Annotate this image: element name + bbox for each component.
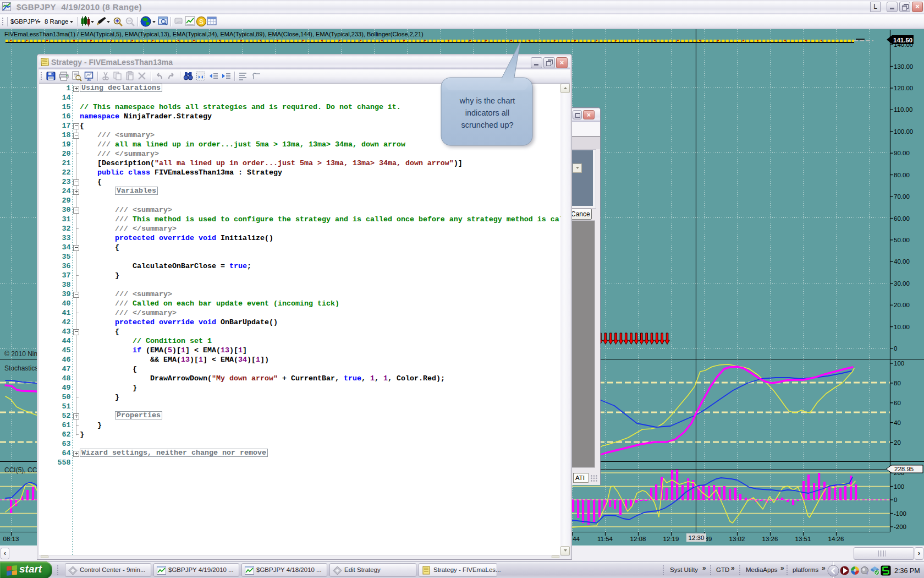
- svg-text:80.00: 80.00: [894, 172, 910, 178]
- svg-text:0: 0: [894, 345, 897, 352]
- svg-text:228.95: 228.95: [894, 466, 914, 472]
- svg-text:120.00: 120.00: [894, 85, 913, 91]
- svg-text:30.00: 30.00: [894, 280, 910, 287]
- svg-text:100: 100: [894, 483, 904, 490]
- svg-text:14:26: 14:26: [828, 536, 844, 542]
- svg-text:indicators all: indicators all: [465, 108, 510, 117]
- svg-text:-200: -200: [894, 524, 906, 530]
- svg-text:10.00: 10.00: [894, 324, 910, 330]
- svg-text:scrunched up?: scrunched up?: [461, 121, 513, 129]
- svg-text:12:30: 12:30: [689, 535, 705, 541]
- svg-text:13:02: 13:02: [729, 536, 745, 542]
- svg-text:90.00: 90.00: [894, 150, 910, 156]
- svg-text:60: 60: [894, 400, 901, 406]
- svg-text:70.00: 70.00: [894, 193, 910, 200]
- svg-text:-100: -100: [894, 510, 906, 517]
- svg-text:40: 40: [894, 419, 901, 426]
- svg-text:20: 20: [894, 439, 901, 446]
- svg-text:FIVEmaLessThan13ma(1) / EMA(Ty: FIVEmaLessThan13ma(1) / EMA(Typical,5), …: [4, 31, 424, 37]
- svg-text:S: S: [199, 18, 204, 26]
- svg-text:13:26: 13:26: [762, 536, 778, 542]
- svg-text:110.00: 110.00: [894, 106, 912, 113]
- svg-text:0: 0: [894, 497, 897, 503]
- svg-text:130.00: 130.00: [894, 63, 913, 70]
- svg-text:12:08: 12:08: [630, 536, 646, 542]
- svg-text:why is the chart: why is the chart: [459, 96, 515, 105]
- svg-text:141.50: 141.50: [893, 37, 912, 43]
- svg-text:100: 100: [894, 360, 904, 367]
- svg-text:100.00: 100.00: [894, 128, 913, 135]
- svg-text:11:54: 11:54: [597, 536, 613, 542]
- svg-text:08:13: 08:13: [3, 536, 19, 542]
- svg-text:40.00: 40.00: [894, 258, 910, 265]
- svg-text:80: 80: [894, 380, 901, 386]
- svg-text:60.00: 60.00: [894, 215, 910, 222]
- svg-text:12:19: 12:19: [663, 536, 679, 542]
- svg-text:13:51: 13:51: [795, 536, 811, 542]
- svg-text:20.00: 20.00: [894, 302, 910, 308]
- svg-text:50.00: 50.00: [894, 237, 910, 243]
